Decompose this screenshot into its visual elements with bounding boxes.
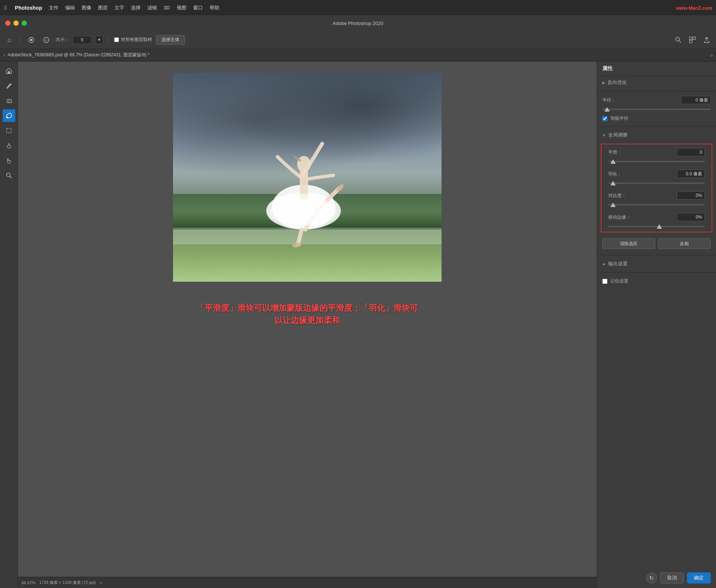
shift-edge-thumb[interactable] bbox=[657, 224, 662, 229]
smooth-slider[interactable] bbox=[608, 161, 705, 162]
svg-rect-8 bbox=[690, 40, 692, 43]
smooth-label: 平滑： bbox=[608, 149, 632, 156]
tab-close-btn[interactable]: × bbox=[3, 53, 5, 57]
global-adj-arrow: ▼ bbox=[602, 133, 606, 137]
svg-line-5 bbox=[679, 41, 681, 43]
search-btn[interactable] bbox=[673, 34, 684, 46]
contrast-thumb[interactable] bbox=[610, 203, 616, 207]
collapsed-section[interactable]: ▶ 反向优化 bbox=[597, 76, 716, 89]
tool-text[interactable] bbox=[3, 139, 15, 152]
caption-area: 「平滑度」滑块可以增加蒙版边缘的平滑度；「羽化」滑块可 以让边缘更加柔和 bbox=[173, 302, 442, 326]
reset-btn[interactable]: ↻ bbox=[646, 572, 657, 584]
divider-1 bbox=[597, 91, 716, 91]
toolbar-sep-1 bbox=[20, 35, 21, 44]
shift-edge-slider[interactable] bbox=[608, 226, 705, 227]
canvas-area[interactable]: 「平滑度」滑块可以增加蒙版边缘的平滑度；「羽化」滑块可 以让边缘更加柔和 66.… bbox=[18, 62, 597, 588]
tool-lasso[interactable] bbox=[3, 109, 15, 122]
tab-bar: × AdobeStock_78360685.psd @ 66.7% (Dance… bbox=[0, 49, 716, 62]
workspace-btn[interactable] bbox=[687, 34, 698, 46]
remember-label: 记住设置 bbox=[610, 278, 628, 284]
minimize-window-btn[interactable] bbox=[13, 21, 19, 26]
shift-edge-row: 移动边缘： 0% bbox=[603, 211, 710, 223]
tool-zoom[interactable] bbox=[3, 169, 15, 182]
shift-edge-value[interactable]: 0% bbox=[677, 213, 705, 221]
menu-layer[interactable]: 图层 bbox=[98, 4, 108, 11]
action-buttons: 清除选区 反相 bbox=[597, 235, 716, 253]
menu-3d[interactable]: 3D bbox=[164, 5, 170, 10]
photo-canvas bbox=[173, 73, 442, 282]
properties-panel: 属性 ▶ 反向优化 半径： 0 像素 智能半径 ▼ bbox=[597, 62, 716, 588]
refine-brush-btn[interactable] bbox=[26, 34, 37, 46]
ok-btn[interactable]: 确定 bbox=[687, 572, 711, 584]
tab-chevron[interactable]: » bbox=[710, 52, 713, 58]
remember-checkbox[interactable] bbox=[602, 279, 607, 284]
radius-slider[interactable] bbox=[602, 109, 711, 110]
app-name: Photoshop bbox=[15, 5, 42, 11]
svg-point-4 bbox=[676, 37, 679, 41]
main-area: 「平滑度」滑块可以增加蒙版边缘的平滑度；「羽化」滑块可 以让边缘更加柔和 66.… bbox=[0, 62, 716, 588]
output-arrow: ► bbox=[602, 262, 606, 266]
invert-btn[interactable]: 反相 bbox=[658, 238, 711, 249]
toolbar: ⌂ + 大小： ▼ 对所有图层取样 选择主体 bbox=[0, 31, 716, 49]
tool-home[interactable] bbox=[3, 65, 15, 77]
shift-edge-label: 移动边缘： bbox=[608, 214, 632, 220]
feather-label: 羽化： bbox=[608, 171, 632, 177]
sample-all-layers-checkbox[interactable] bbox=[114, 37, 119, 42]
feather-thumb[interactable] bbox=[610, 181, 616, 185]
output-label: 输出设置 bbox=[608, 260, 628, 267]
feather-slider[interactable] bbox=[608, 182, 705, 184]
select-subject-btn[interactable]: 选择主体 bbox=[156, 35, 185, 45]
add-mode-btn[interactable]: + bbox=[41, 34, 52, 46]
feather-row: 羽化： 0.0 像素 bbox=[603, 168, 710, 180]
apple-icon[interactable]:  bbox=[4, 4, 7, 11]
panel-header: 属性 bbox=[597, 62, 716, 76]
divider-3 bbox=[597, 255, 716, 255]
smart-radius-label: 智能半径 bbox=[610, 115, 628, 122]
smart-radius-checkbox[interactable] bbox=[602, 116, 607, 121]
contrast-slider-row bbox=[603, 202, 710, 209]
size-input[interactable] bbox=[73, 36, 91, 44]
output-row[interactable]: ► 输出设置 bbox=[602, 260, 711, 267]
menu-edit[interactable]: 编辑 bbox=[65, 4, 75, 11]
title-bar: Adobe Photoshop 2020 bbox=[0, 15, 716, 31]
tool-brush[interactable] bbox=[3, 79, 15, 92]
share-btn[interactable] bbox=[701, 34, 712, 46]
menu-file[interactable]: 文件 bbox=[49, 4, 59, 11]
smooth-thumb[interactable] bbox=[610, 159, 616, 164]
cancel-btn[interactable]: 取消 bbox=[660, 572, 684, 584]
close-window-btn[interactable] bbox=[5, 21, 10, 26]
contrast-value[interactable]: 0% bbox=[677, 191, 705, 200]
radius-value[interactable]: 0 像素 bbox=[681, 96, 711, 104]
size-dropdown[interactable]: ▼ bbox=[95, 36, 103, 44]
contrast-slider[interactable] bbox=[608, 204, 705, 206]
status-arrow[interactable]: > bbox=[100, 581, 102, 585]
divider-4 bbox=[597, 272, 716, 273]
tool-eraser[interactable] bbox=[3, 94, 15, 107]
dancer-figure bbox=[259, 103, 356, 252]
toolbar-right bbox=[673, 34, 712, 46]
tool-hand[interactable] bbox=[3, 154, 15, 167]
svg-rect-7 bbox=[693, 37, 695, 40]
menu-help[interactable]: 帮助 bbox=[210, 4, 219, 11]
feather-slider-row bbox=[603, 180, 710, 187]
collapsed-label: 反向优化 bbox=[607, 79, 627, 86]
maximize-window-btn[interactable] bbox=[22, 21, 27, 26]
menu-view[interactable]: 视图 bbox=[177, 4, 186, 11]
home-btn[interactable]: ⌂ bbox=[4, 34, 15, 46]
radius-slider-row bbox=[597, 106, 716, 113]
radius-thumb[interactable] bbox=[604, 107, 610, 112]
global-adj-title[interactable]: ▼ 全局调整 bbox=[597, 129, 716, 141]
menu-filter[interactable]: 滤镜 bbox=[147, 4, 157, 11]
menu-window[interactable]: 窗口 bbox=[193, 4, 203, 11]
shift-edge-slider-row bbox=[603, 223, 710, 230]
menu-select[interactable]: 选择 bbox=[131, 4, 141, 11]
menu-image[interactable]: 图像 bbox=[82, 4, 91, 11]
clear-selection-btn[interactable]: 清除选区 bbox=[602, 238, 655, 249]
tool-transform[interactable] bbox=[3, 124, 15, 137]
feather-value[interactable]: 0.0 像素 bbox=[677, 170, 705, 178]
toolbox bbox=[0, 62, 18, 588]
menu-text[interactable]: 文字 bbox=[114, 4, 124, 11]
remember-row: 记住设置 bbox=[597, 275, 716, 287]
smooth-row: 平滑： 0 bbox=[603, 146, 710, 159]
smooth-value[interactable]: 0 bbox=[677, 148, 705, 156]
